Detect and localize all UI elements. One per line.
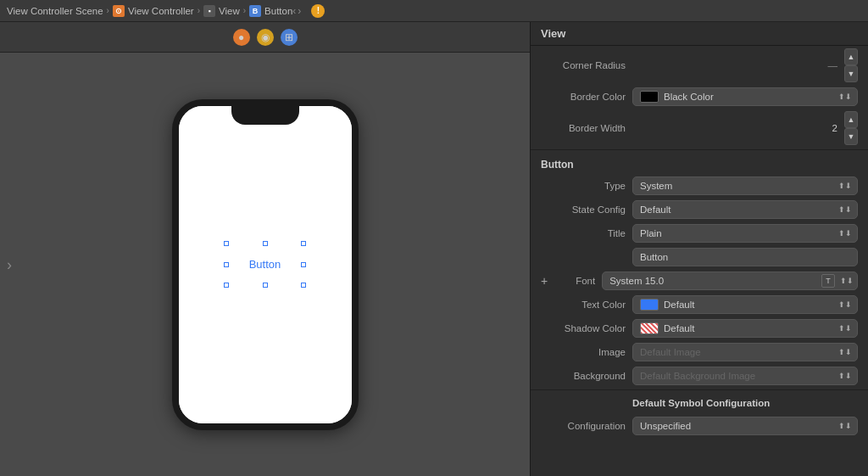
title-text-control: [632, 248, 858, 266]
breadcrumb-item-vc[interactable]: ⊙ View Controller: [113, 5, 194, 17]
border-color-label: Border Color: [541, 92, 626, 102]
breadcrumb-item-button[interactable]: B Button: [249, 5, 292, 17]
border-color-value: Black Color: [664, 92, 714, 102]
title-row: Title Plain ⬆⬇: [531, 221, 868, 245]
handle-top-center[interactable]: [263, 241, 268, 246]
handle-top-left[interactable]: [224, 241, 229, 246]
font-dropdown[interactable]: System 15.0 T ⬆⬇: [602, 272, 858, 290]
view-icon: ▪: [203, 5, 215, 17]
button-breadcrumb-icon: B: [249, 5, 261, 17]
title-control: Plain ⬆⬇: [632, 224, 858, 243]
toolbar-btn-orange[interactable]: ●: [233, 29, 250, 46]
font-plus-icon[interactable]: +: [541, 274, 548, 288]
breadcrumb-sep-3: ›: [243, 6, 246, 15]
background-row: Background Default Background Image ⬆⬇: [531, 364, 868, 388]
text-color-arrow: ⬆⬇: [838, 300, 852, 309]
corner-radius-control: — ▲ ▼: [632, 48, 858, 82]
configuration-row: Configuration Unspecified ⬆⬇: [531, 414, 868, 438]
corner-radius-decrement[interactable]: ▼: [844, 65, 858, 82]
breadcrumb-sep-1: ›: [107, 6, 109, 15]
background-control: Default Background Image ⬆⬇: [632, 367, 858, 385]
title-text-row: [531, 245, 868, 269]
border-color-control: Black Color ⬆⬇: [632, 87, 858, 106]
font-row: + Font System 15.0 T ⬆⬇: [531, 269, 868, 293]
border-color-dropdown[interactable]: Black Color ⬆⬇: [632, 87, 858, 106]
type-arrow: ⬆⬇: [838, 182, 852, 190]
canvas-left-arrow[interactable]: ›: [7, 255, 12, 273]
toolbar-btn-yellow[interactable]: ◉: [257, 29, 274, 46]
breadcrumb-label-scene: View Controller Scene: [7, 6, 103, 16]
handle-middle-left[interactable]: [224, 262, 229, 267]
breadcrumb-item-scene[interactable]: View Controller Scene: [7, 6, 103, 16]
shadow-color-value: Default: [664, 323, 694, 333]
handle-bottom-right[interactable]: [301, 283, 306, 288]
image-control: Default Image ⬆⬇: [632, 343, 858, 361]
image-label: Image: [541, 347, 626, 357]
canvas-toolbar: ● ◉ ⊞: [0, 22, 530, 53]
background-label: Background: [541, 371, 626, 381]
handle-middle-right[interactable]: [301, 262, 306, 267]
border-color-swatch: [640, 91, 659, 103]
title-arrow: ⬆⬇: [838, 229, 852, 238]
corner-radius-increment[interactable]: ▲: [844, 48, 858, 65]
background-dropdown[interactable]: Default Background Image ⬆⬇: [632, 367, 858, 385]
main-content: ● ◉ ⊞ ›: [0, 22, 868, 476]
title-dropdown[interactable]: Plain ⬆⬇: [632, 224, 858, 243]
handle-top-right[interactable]: [301, 241, 306, 246]
default-symbol-header-row: Default Symbol Configuration: [531, 392, 868, 414]
viewcontroller-icon: ⊙: [113, 5, 125, 17]
type-dropdown[interactable]: System ⬆⬇: [632, 176, 858, 195]
right-panel: View Corner Radius — ▲ ▼ Border Color: [530, 22, 868, 476]
configuration-label: Configuration: [541, 421, 626, 431]
button-with-handles: Button: [249, 258, 281, 271]
corner-radius-label: Corner Radius: [541, 60, 626, 70]
shadow-color-dropdown[interactable]: Default ⬆⬇: [632, 319, 858, 338]
font-label: Font: [553, 276, 595, 286]
border-color-row: Border Color Black Color ⬆⬇: [531, 85, 868, 109]
type-value: System: [640, 181, 672, 191]
background-arrow: ⬆⬇: [838, 372, 852, 380]
configuration-value: Unspecified: [640, 421, 691, 431]
state-config-dropdown[interactable]: Default ⬆⬇: [632, 200, 858, 219]
shadow-color-control: Default ⬆⬇: [632, 319, 858, 338]
corner-radius-stepper: — ▲ ▼: [632, 48, 858, 82]
title-text-input[interactable]: [632, 248, 858, 266]
state-config-row: State Config Default ⬆⬇: [531, 198, 868, 221]
state-config-label: State Config: [541, 204, 626, 215]
shadow-color-label: Shadow Color: [541, 323, 626, 333]
text-color-control: Default ⬆⬇: [632, 295, 858, 314]
background-placeholder: Default Background Image: [640, 371, 755, 381]
configuration-dropdown[interactable]: Unspecified ⬆⬇: [632, 417, 858, 435]
nav-back-arrow[interactable]: ‹: [292, 5, 296, 17]
border-width-increment[interactable]: ▲: [844, 111, 858, 128]
toolbar-btn-blue[interactable]: ⊞: [281, 29, 298, 46]
configuration-control: Unspecified ⬆⬇: [632, 417, 858, 435]
breadcrumb-label-button: Button: [264, 6, 292, 16]
handle-bottom-center[interactable]: [263, 283, 268, 288]
canvas-viewport: › Button: [0, 53, 530, 476]
border-color-arrow: ⬆⬇: [838, 92, 852, 101]
text-color-label: Text Color: [541, 300, 626, 310]
image-placeholder: Default Image: [640, 347, 701, 357]
canvas-button-label[interactable]: Button: [249, 258, 281, 271]
breadcrumb-sep-2: ›: [198, 6, 200, 15]
breadcrumb-item-view[interactable]: ▪ View: [203, 5, 240, 17]
nav-forward-arrow[interactable]: ›: [298, 5, 301, 17]
border-width-stepper-buttons: ▲ ▼: [844, 111, 858, 145]
type-row: Type System ⬆⬇: [531, 174, 868, 198]
border-width-row: Border Width 2 ▲ ▼: [531, 109, 868, 148]
text-color-dropdown[interactable]: Default ⬆⬇: [632, 295, 858, 314]
shadow-color-row: Shadow Color Default ⬆⬇: [531, 316, 868, 340]
image-dropdown[interactable]: Default Image ⬆⬇: [632, 343, 858, 361]
toolbar-icon-1: ●: [238, 31, 244, 43]
toolbar-icon-3: ⊞: [285, 31, 293, 43]
corner-radius-stepper-buttons: ▲ ▼: [844, 48, 858, 82]
border-width-decrement[interactable]: ▼: [844, 128, 858, 145]
nav-arrows: ‹ ›: [292, 5, 301, 17]
warning-icon[interactable]: !: [311, 4, 325, 18]
handle-bottom-left[interactable]: [224, 283, 229, 288]
border-width-control: 2 ▲ ▼: [632, 111, 858, 145]
corner-radius-row: Corner Radius — ▲ ▼: [531, 46, 868, 85]
image-arrow: ⬆⬇: [838, 348, 852, 356]
panel-view-header: View: [531, 22, 868, 46]
